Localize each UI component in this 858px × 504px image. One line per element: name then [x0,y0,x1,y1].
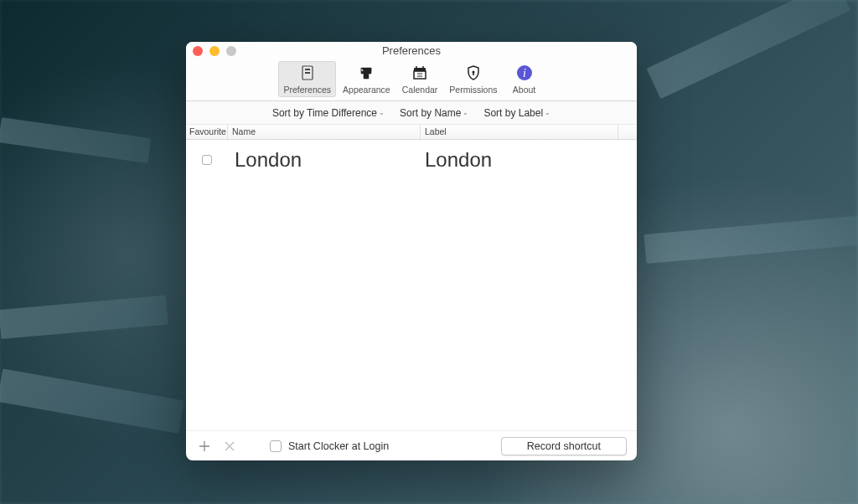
tab-appearance[interactable]: Appearance [338,61,395,97]
svg-rect-1 [305,69,310,70]
column-header-spacer [618,125,637,139]
calendar-icon [410,63,430,83]
minimize-button[interactable] [209,46,220,56]
svg-rect-2 [305,72,310,74]
chevron-down-icon: ⌄ [463,109,468,116]
sort-bar: Sort by Time Difference ⌄ Sort by Name ⌄… [186,101,637,125]
chevron-down-icon: ⌄ [379,109,385,116]
sort-label-dropdown[interactable]: Sort by Label ⌄ [483,107,550,119]
favourite-checkbox[interactable] [202,155,212,165]
close-button[interactable] [193,46,203,56]
tab-label: Appearance [343,85,390,95]
table-body[interactable]: London London [186,140,637,430]
tab-permissions[interactable]: Permissions [444,61,502,97]
column-header-label[interactable]: Label [421,125,618,139]
permissions-icon [463,63,483,83]
sort-label: Sort by Label [483,107,543,119]
column-header-favourite[interactable]: Favourite [186,125,228,139]
start-at-login-option[interactable]: Start Clocker at Login [270,440,389,452]
table-row[interactable]: London London [186,140,637,177]
toolbar: Preferences Appearance Calendar Permissi… [186,59,637,101]
label-cell: London [421,148,637,172]
start-at-login-label: Start Clocker at Login [288,440,389,452]
appearance-icon [356,63,376,83]
preferences-window: Preferences Preferences Appearance Calen… [186,42,637,460]
record-shortcut-button[interactable]: Record shortcut [501,437,627,455]
tab-label: Preferences [283,85,331,95]
traffic-lights [193,46,236,56]
tab-preferences[interactable]: Preferences [278,61,336,97]
column-header-name[interactable]: Name [228,125,421,139]
preferences-icon [297,63,318,83]
table-header: Favourite Name Label [186,125,637,140]
sort-time-difference-dropdown[interactable]: Sort by Time Difference ⌄ [272,107,385,119]
titlebar[interactable]: Preferences [186,42,637,59]
svg-rect-10 [473,73,474,75]
favourite-cell [186,155,228,165]
svg-text:i: i [523,67,526,80]
bottom-bar: Start Clocker at Login Record shortcut [186,430,637,460]
tab-calendar[interactable]: Calendar [397,61,443,97]
tab-label: About [513,85,535,95]
tab-about[interactable]: i About [504,61,545,97]
sort-label: Sort by Name [400,107,461,119]
add-button[interactable] [196,438,213,455]
sort-name-dropdown[interactable]: Sort by Name ⌄ [400,107,468,119]
tab-label: Permissions [449,85,497,95]
remove-button[interactable] [221,438,238,455]
chevron-down-icon: ⌄ [545,109,550,116]
window-title: Preferences [382,44,441,57]
about-icon: i [514,63,535,83]
sort-label: Sort by Time Difference [272,107,377,119]
name-cell: London [228,148,421,172]
tab-label: Calendar [402,85,438,95]
start-at-login-checkbox[interactable] [270,440,282,452]
zoom-button[interactable] [226,46,236,56]
svg-rect-4 [414,71,426,79]
